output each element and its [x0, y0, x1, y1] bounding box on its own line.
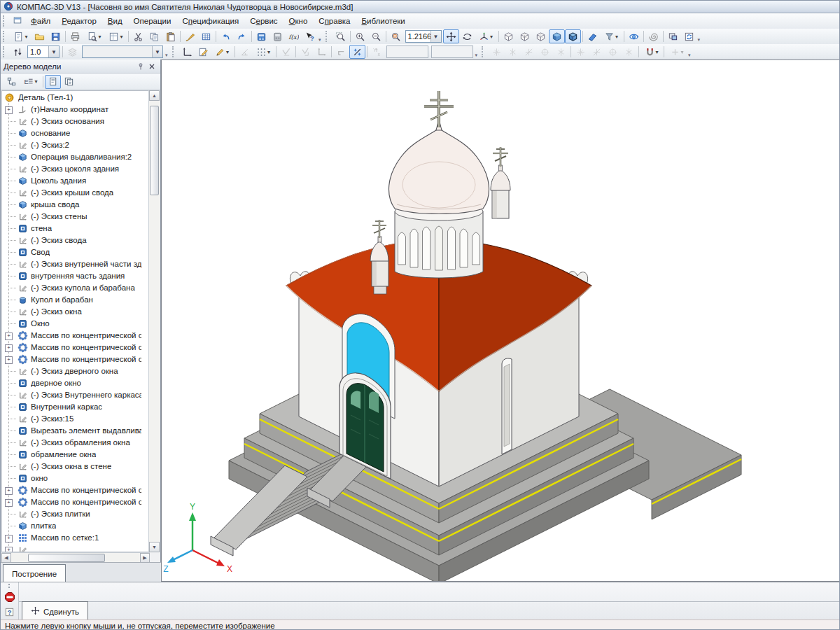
tree-item[interactable]: Внутренний каркас	[2, 401, 149, 413]
tree-expander[interactable]: +	[5, 487, 13, 495]
snap-corner-button[interactable]	[298, 45, 314, 59]
snap-nearest-button[interactable]	[489, 45, 505, 59]
tree-item[interactable]: основание	[2, 127, 149, 139]
tab-construction[interactable]: Построение	[3, 564, 66, 582]
menu-9[interactable]: Библиотеки	[356, 15, 410, 27]
document-properties-button[interactable]: ▾	[105, 29, 127, 43]
tree-item[interactable]: (-) Эскиз:2	[2, 139, 149, 151]
snaps-setup-button[interactable]: ▾	[640, 45, 662, 59]
tree-item[interactable]: (-) Эскиз купола и барабана	[2, 282, 149, 294]
snap-angle-point-button[interactable]	[589, 45, 605, 59]
open-document-button[interactable]	[31, 29, 48, 43]
hscroll-thumb[interactable]	[28, 554, 105, 562]
tree-expander[interactable]: +	[5, 356, 13, 364]
check-collisions-button[interactable]	[645, 29, 662, 43]
tree-expander[interactable]: +	[5, 332, 13, 340]
zoom-frame-button[interactable]	[332, 29, 349, 43]
snap-marks-button[interactable]	[278, 45, 294, 59]
coord-x-field[interactable]	[386, 46, 428, 58]
zoom-in-button[interactable]	[352, 29, 368, 43]
tree-structure-view-button[interactable]	[4, 75, 20, 89]
variables-button[interactable]: f(x)	[286, 29, 302, 43]
toolbar-overflow[interactable]: ▾	[165, 52, 168, 58]
display-shaded-edges-button[interactable]	[565, 29, 581, 43]
print-preview-button[interactable]: ▾	[83, 29, 105, 43]
current-layer[interactable]: ▼	[82, 46, 163, 58]
tree-expander[interactable]: +	[5, 499, 13, 507]
tree-item[interactable]: (-) Эскиз свода	[2, 234, 149, 246]
tree-item[interactable]: внутренняя часть здания	[2, 270, 149, 282]
zoom-selected-button[interactable]	[388, 29, 404, 43]
current-layer-dropdown-icon[interactable]: ▼	[152, 46, 162, 57]
menu-3[interactable]: Вид	[102, 15, 128, 27]
paste-button[interactable]	[162, 29, 178, 43]
tree-horizontal-scrollbar[interactable]: ◀▶	[1, 552, 150, 563]
perspective-button[interactable]	[584, 29, 601, 43]
menu-2[interactable]: Редактор	[56, 15, 102, 27]
tree-item[interactable]: +	[2, 544, 149, 552]
add-snap-button[interactable]: ▾	[666, 45, 687, 59]
tree-vertical-scrollbar[interactable]: ▲▼	[148, 90, 160, 552]
current-step-button[interactable]	[10, 45, 26, 59]
tree-item[interactable]: +Массив по концентрической сет	[2, 496, 149, 508]
snap-midpoint-button[interactable]	[505, 45, 521, 59]
new-document-button[interactable]: ▾	[10, 29, 31, 43]
tree-item[interactable]: Купол и барабан	[2, 294, 149, 306]
menu-1[interactable]: Файл	[25, 15, 56, 27]
tree-item[interactable]: (-) Эскиз стены	[2, 211, 149, 223]
display-shaded-button[interactable]	[549, 29, 565, 43]
tree-item[interactable]: +Массив по концентрической сет	[2, 354, 149, 365]
layers-button[interactable]	[64, 45, 80, 59]
ortho-drawing-button[interactable]	[349, 45, 365, 59]
orientation-button[interactable]: ▾	[475, 29, 497, 43]
save-document-button[interactable]	[48, 29, 64, 43]
tree-expander[interactable]: +	[5, 106, 13, 114]
tree-item[interactable]: крыша свода	[2, 199, 149, 211]
display-wireframe-button[interactable]	[500, 29, 517, 43]
tree-expander[interactable]: +	[5, 547, 13, 552]
snap-tangent-button[interactable]	[553, 45, 569, 59]
mcx-calc-button[interactable]	[253, 29, 270, 43]
tree-item[interactable]: +(т)Начало координат	[2, 104, 149, 115]
step-value[interactable]: 1.0▼	[27, 46, 59, 58]
corner-mode-button[interactable]	[314, 45, 330, 59]
tree-item[interactable]: (-) Эскиз основания	[2, 115, 149, 127]
tree-composition-button[interactable]: E▾	[20, 75, 41, 89]
step-value-dropdown-icon[interactable]: ▼	[48, 46, 59, 57]
draw-style-button[interactable]: ▾	[211, 45, 233, 59]
tree-item[interactable]: (-) Эскиз внутренней части здани	[2, 258, 149, 270]
tree-item[interactable]: стена	[2, 223, 149, 234]
viewport-3d[interactable]: Y X Z	[161, 59, 840, 582]
copy-button[interactable]	[146, 29, 162, 43]
tree-item[interactable]: (-) Эскиз окна	[2, 306, 149, 318]
toolbar-overflow[interactable]: ▾	[698, 37, 701, 43]
snap-center-button[interactable]	[537, 45, 553, 59]
snap-intersection-button[interactable]	[521, 45, 537, 59]
scroll-left-icon[interactable]: ◀	[1, 553, 11, 563]
menu-6[interactable]: Сервис	[244, 15, 283, 27]
display-hidden-lines-button[interactable]	[517, 29, 533, 43]
tree-item[interactable]: (-) Эскиз крыши свода	[2, 187, 149, 199]
tree-item[interactable]: плитка	[2, 520, 149, 532]
context-help-button[interactable]: ?	[302, 29, 318, 43]
print-button[interactable]	[67, 29, 83, 43]
close-icon[interactable]	[146, 62, 158, 71]
measure-button[interactable]	[270, 29, 286, 43]
tree-item[interactable]: (-) Эскиз Внутреннего каркаса	[2, 389, 149, 401]
tree-item[interactable]: окно	[2, 472, 149, 484]
tree-item[interactable]: Деталь (Тел-1)	[2, 92, 149, 104]
tree-extra-window-button[interactable]	[61, 75, 77, 89]
toolbar-overflow[interactable]: ▾	[318, 37, 321, 43]
display-hidden-thin-button[interactable]	[533, 29, 549, 43]
menu-5[interactable]: Спецификация	[176, 15, 244, 27]
sketch-mode-button[interactable]	[195, 45, 211, 59]
snap-point-button[interactable]	[621, 45, 637, 59]
menu-8[interactable]: Справка	[313, 15, 356, 27]
tree-expander[interactable]: +	[5, 535, 13, 542]
tree-item[interactable]: дверное окно	[2, 377, 149, 389]
tree-relations-button[interactable]	[45, 75, 61, 89]
cut-button[interactable]	[130, 29, 146, 43]
tree-item[interactable]: обрамление окна	[2, 449, 149, 461]
tree-item[interactable]: +Массив по концентрической сет	[2, 330, 149, 342]
tree-expander[interactable]: +	[5, 344, 13, 352]
